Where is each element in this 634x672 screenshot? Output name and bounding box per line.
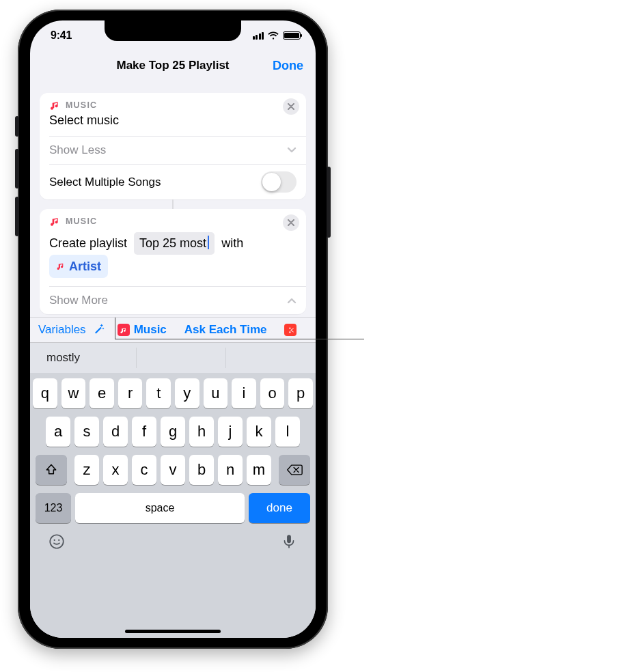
music-badge-icon [118, 324, 130, 336]
music-note-icon [56, 262, 65, 270]
key-o[interactable]: o [260, 378, 285, 408]
action-card-select-music: MUSIC Select music Show Less Select Mult… [40, 93, 306, 199]
music-app-icon [49, 100, 60, 111]
suggestion-1[interactable]: mostly [30, 343, 136, 373]
key-k[interactable]: k [247, 417, 271, 447]
shift-key[interactable] [36, 455, 67, 485]
select-multiple-switch[interactable] [261, 171, 297, 193]
status-icons [253, 31, 301, 40]
done-button[interactable]: Done [273, 59, 303, 73]
select-multiple-row: Select Multiple Songs [40, 165, 306, 199]
clipboard-pill[interactable] [279, 322, 297, 338]
status-time: 9:41 [45, 29, 72, 42]
nav-bar: Make Top 25 Playlist Done [30, 51, 316, 81]
battery-icon [283, 31, 301, 40]
close-icon[interactable] [283, 214, 299, 231]
key-row-2: a s d f g h j k l [33, 417, 313, 447]
key-q[interactable]: q [33, 378, 57, 408]
space-key[interactable]: space [75, 493, 245, 523]
key-p[interactable]: p [288, 378, 313, 408]
power-button[interactable] [327, 167, 331, 238]
emoji-key[interactable] [48, 533, 66, 553]
keyboard-footer [33, 529, 313, 553]
key-row-1: q w e r t y u i o p [33, 378, 313, 408]
keyboard-suggestion-bar: mostly [30, 343, 316, 373]
key-v[interactable]: v [161, 455, 185, 485]
phone-frame: 9:41 Make Top 25 Playlist Done [18, 10, 328, 649]
sentence-editor[interactable]: Create playlist Top 25 most with Artist [40, 228, 306, 286]
key-l[interactable]: l [275, 417, 300, 447]
playlist-name-field[interactable]: Top 25 most [134, 232, 215, 255]
variable-chip-artist[interactable]: Artist [49, 255, 108, 279]
sentence-mid: with [221, 236, 243, 250]
mute-switch[interactable] [15, 116, 19, 137]
ask-each-time-pill[interactable]: Ask Each Time [179, 321, 273, 339]
key-a[interactable]: a [46, 417, 70, 447]
key-c[interactable]: c [132, 455, 156, 485]
svg-point-2 [58, 540, 59, 541]
key-m[interactable]: m [247, 455, 271, 485]
close-icon[interactable] [283, 98, 299, 115]
suggestion-2[interactable] [137, 343, 226, 373]
chevron-up-icon [287, 295, 297, 306]
screen: 9:41 Make Top 25 Playlist Done [30, 20, 316, 638]
action-card-create-playlist: MUSIC Create playlist Top 25 most with A [40, 209, 306, 314]
scissors-badge-icon [284, 324, 297, 336]
pill-label: Music [134, 323, 167, 337]
svg-rect-3 [287, 535, 291, 543]
key-r[interactable]: r [118, 378, 143, 408]
show-less-label: Show Less [49, 143, 106, 157]
action-title: Select music [40, 112, 306, 136]
chevron-down-icon [287, 145, 297, 156]
keyboard-done-key[interactable]: done [249, 493, 310, 523]
suggestion-3[interactable] [226, 343, 316, 373]
music-app-icon [49, 216, 60, 227]
key-d[interactable]: d [103, 417, 128, 447]
svg-point-1 [54, 540, 55, 541]
svg-point-0 [50, 535, 64, 548]
chip-label: Artist [69, 256, 101, 277]
key-w[interactable]: w [61, 378, 86, 408]
variable-bar[interactable]: Variables Music Ask Each Time [30, 317, 316, 343]
key-t[interactable]: t [146, 378, 171, 408]
keyboard: q w e r t y u i o p a s d f g h j k l [30, 373, 316, 638]
music-variable-pill[interactable]: Music [112, 321, 172, 339]
key-row-4: 123 space done [33, 493, 313, 523]
key-x[interactable]: x [103, 455, 128, 485]
show-more-row[interactable]: Show More [40, 287, 306, 314]
key-j[interactable]: j [218, 417, 243, 447]
volume-up-button[interactable] [15, 149, 19, 188]
variables-button[interactable]: Variables [38, 323, 86, 337]
key-h[interactable]: h [189, 417, 214, 447]
key-s[interactable]: s [74, 417, 99, 447]
key-i[interactable]: i [232, 378, 256, 408]
numbers-key[interactable]: 123 [36, 493, 71, 523]
dictation-key[interactable] [280, 533, 298, 553]
app-badge: MUSIC [66, 100, 97, 110]
sentence-prefix: Create playlist [49, 236, 127, 250]
switch-label: Select Multiple Songs [49, 176, 161, 189]
key-e[interactable]: e [89, 378, 114, 408]
show-more-label: Show More [49, 294, 108, 307]
wifi-icon [268, 31, 279, 40]
key-g[interactable]: g [161, 417, 185, 447]
volume-down-button[interactable] [15, 197, 19, 236]
key-b[interactable]: b [189, 455, 214, 485]
page-title: Make Top 25 Playlist [116, 59, 229, 72]
magic-wand-icon[interactable] [93, 322, 105, 338]
key-row-3: z x c v b n m [33, 455, 313, 485]
key-y[interactable]: y [175, 378, 199, 408]
home-indicator[interactable] [125, 630, 221, 633]
key-f[interactable]: f [132, 417, 156, 447]
backspace-key[interactable] [279, 455, 310, 485]
app-badge: MUSIC [66, 216, 97, 226]
key-n[interactable]: n [218, 455, 243, 485]
show-less-row[interactable]: Show Less [40, 137, 306, 164]
flow-connector [40, 199, 306, 209]
cellular-signal-icon [253, 31, 264, 40]
notch [105, 20, 241, 41]
key-u[interactable]: u [204, 378, 228, 408]
pill-label: Ask Each Time [184, 323, 267, 337]
key-z[interactable]: z [74, 455, 99, 485]
